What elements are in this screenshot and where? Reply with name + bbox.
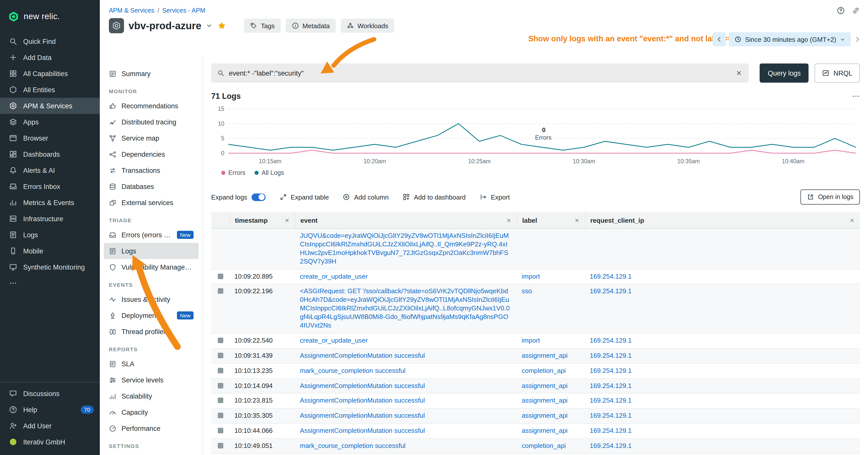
log-ip-link[interactable]: 169.254.129.1 [585,269,860,284]
table-row[interactable]: 10:10:44.066AssignmentCompletionMutation… [211,424,860,439]
subnav-item-sla[interactable]: SLA [104,356,198,372]
log-event-link[interactable]: AssignmentCompletionMutation successful [295,349,517,363]
table-row[interactable]: 10:11:00.311AssignmentCompletionMutation… [211,454,860,455]
more-options-icon[interactable] [852,92,860,100]
column-header-timestamp[interactable]: timestamp [229,212,295,228]
sidebar-item-help[interactable]: Help70 [0,401,100,418]
log-event-link[interactable]: AssignmentCompletionMutation successful [295,409,517,423]
header-action-metadata[interactable]: Metadata [286,19,336,33]
sidebar-item-apm-services[interactable]: APM & Services [0,98,100,114]
log-ip-link[interactable]: 169.254.129.1 [585,349,860,363]
log-ip-link[interactable]: 169.254.129.1 [585,424,860,438]
log-label-link[interactable]: assignment_api [517,409,585,423]
header-action-tags[interactable]: Tags [244,19,281,33]
sidebar-item-alerts-ai[interactable]: Alerts & AI [0,162,100,178]
subnav-item-thread-profiler[interactable]: Thread profiler [104,324,198,339]
help-circle-icon[interactable] [837,6,845,14]
subnav-item-deployments[interactable]: DeploymentsNew [104,307,198,324]
sidebar-item-add-data[interactable]: Add Data [0,50,100,65]
table-row[interactable]: 10:10:14.094AssignmentCompletionMutation… [211,379,860,394]
brand-logo[interactable]: new relic. [0,0,100,26]
subnav-item-logs[interactable]: Logs [104,243,198,259]
legend-item-errors[interactable]: Errors [221,169,246,176]
table-row[interactable]: 10:10:13.235mark_course_completion succe… [211,363,860,379]
copy-permalink-icon[interactable] [852,6,860,14]
log-ip-link[interactable]: 169.254.129.1 [585,454,860,455]
subnav-item-summary[interactable]: Summary [104,65,198,82]
table-row[interactable]: 10:09:22.196<ASGIRequest: GET '/sso/call… [211,285,860,333]
remove-column-icon[interactable] [574,218,580,223]
log-ip-link[interactable]: 169.254.129.1 [585,285,860,333]
log-label-link[interactable]: assignment_api [517,394,585,409]
subnav-item-databases[interactable]: Databases [104,178,198,195]
log-label-link[interactable]: import [517,333,585,348]
sidebar-item-mobile[interactable]: Mobile [0,243,100,259]
log-ip-link[interactable]: 169.254.129.1 [585,379,860,393]
subnav-item-recommendations[interactable]: Recommendations [104,98,198,114]
subnav-item-scalability[interactable]: Scalability [104,388,198,404]
table-row[interactable]: 10:10:49.051mark_course_completion succe… [211,439,860,454]
row-checkbox[interactable] [217,353,223,358]
subnav-item-dependencies[interactable]: Dependencies [104,146,198,162]
remove-column-icon[interactable] [284,218,290,223]
breadcrumb-link-services-apm[interactable]: Services - APM [162,7,206,14]
table-row[interactable]: JUQVU&code=eyJraWQiOiJjcGltY29yZV8wOTl1M… [211,229,860,269]
subnav-item-capacity[interactable]: Capacity [104,404,198,420]
sidebar-item-add-user[interactable]: Add User [0,418,100,434]
log-ip-link[interactable]: 169.254.129.1 [585,409,860,423]
subnav-item-transactions[interactable]: Transactions [104,162,198,178]
open-in-logs-button[interactable]: Open in logs [801,190,860,204]
subnav-item-external-services[interactable]: External services [104,195,198,210]
toggle-switch-on[interactable] [251,193,266,201]
log-event-link[interactable]: AssignmentCompletionMutation successful [295,454,517,455]
subnav-item-service-levels[interactable]: Service levels [104,372,198,388]
row-checkbox[interactable] [217,398,223,403]
table-row[interactable]: 10:10:35.305AssignmentCompletionMutation… [211,409,860,424]
query-logs-button[interactable]: Query logs [760,64,809,83]
sidebar-item-logs[interactable]: Logs [0,227,100,243]
row-checkbox[interactable] [217,289,223,294]
nrql-button[interactable]: NRQL [815,64,860,83]
table-row[interactable]: 10:10:23.815AssignmentCompletionMutation… [211,394,860,409]
export-button[interactable]: Export [480,193,510,201]
subnav-item-issues-activity[interactable]: Issues & activity [104,291,198,307]
log-label-link[interactable]: assignment_api [517,424,585,438]
sidebar-item-all-capabilities[interactable]: All Capabilities [0,65,100,82]
log-event-link[interactable]: create_or_update_user [295,333,517,348]
sidebar-item-errors-inbox[interactable]: Errors Inbox [0,178,100,195]
log-label-link[interactable]: sso [517,285,585,333]
header-action-workloads[interactable]: Workloads [341,19,394,33]
log-ip-link[interactable]: 169.254.129.1 [585,333,860,348]
sidebar-item-iterativ-gmbh[interactable]: Iterativ GmbH [0,434,100,450]
expand-table-button[interactable]: Expand table [279,193,329,201]
column-header-label[interactable]: label [517,212,585,228]
log-label-link[interactable]: completion_api [517,439,585,454]
sidebar-item-discussions[interactable]: Discussions [0,386,100,401]
legend-item-all-logs[interactable]: All Logs [254,169,284,176]
clear-query-icon[interactable] [736,69,743,76]
row-checkbox[interactable] [217,428,223,433]
log-label-link[interactable]: completion_api [517,363,585,378]
subnav-item-distributed-tracing[interactable]: Distributed tracing [104,114,198,130]
expand-logs-toggle[interactable]: Expand logs [211,193,266,201]
log-label-link[interactable]: assignment_api [517,349,585,363]
favorite-star-icon[interactable] [217,21,226,30]
log-ip-link[interactable]: 169.254.129.1 [585,363,860,378]
log-label-link[interactable]: assignment_api [517,379,585,393]
log-event-link[interactable]: <ASGIRequest: GET '/sso/callback/?state=… [295,285,517,333]
sidebar-item-metrics-events[interactable]: Metrics & Events [0,195,100,210]
sidebar-item-apps[interactable]: Apps [0,114,100,130]
sidebar-item-quick-find[interactable]: Quick Find [0,33,100,50]
row-checkbox[interactable] [217,383,223,388]
log-event-link[interactable]: AssignmentCompletionMutation successful [295,394,517,409]
breadcrumb-link-apm-services[interactable]: APM & Services [109,7,155,14]
row-checkbox[interactable] [217,367,223,373]
table-row[interactable]: 10:09:22.540create_or_update_userimport1… [211,333,860,349]
log-event-link[interactable]: mark_course_completion successful [295,439,517,454]
log-ip-link[interactable]: 169.254.129.1 [585,439,860,454]
subnav-item-vulnerability-management[interactable]: Vulnerability Management [104,259,198,275]
add-column-button[interactable]: Add column [343,193,389,201]
log-event-link[interactable]: JUQVU&code=eyJraWQiOiJjcGltY29yZV8wOTl1M… [295,229,517,269]
sidebar-item-all-entities[interactable]: All Entities [0,82,100,98]
table-row[interactable]: 10:09:31.439AssignmentCompletionMutation… [211,349,860,364]
